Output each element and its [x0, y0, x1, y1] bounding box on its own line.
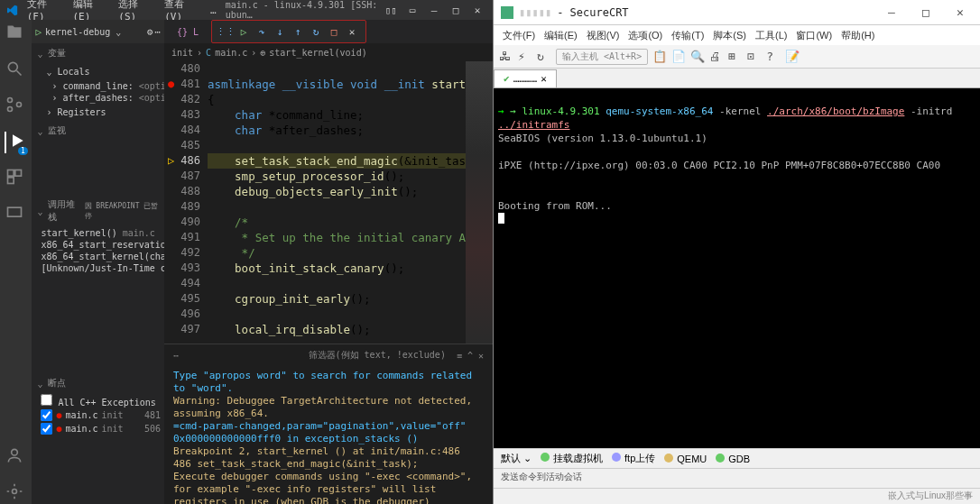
menu-options[interactable]: 选项(O) [624, 27, 666, 44]
toolbar-options-icon[interactable]: ⊞ [728, 50, 743, 64]
toolbar-log-icon[interactable]: 📝 [785, 50, 800, 64]
layout2-icon[interactable]: ▭ [404, 5, 421, 15]
debug-more-icon[interactable]: ⋯ [154, 26, 161, 38]
section-locals[interactable]: ⌄Locals [32, 63, 164, 80]
close-button[interactable]: ✕ [948, 5, 973, 19]
bp-checkbox[interactable] [41, 423, 52, 435]
continue-icon[interactable]: ▷ [236, 23, 252, 40]
menu-script[interactable]: 脚本(S) [709, 27, 750, 44]
minimap[interactable] [466, 61, 493, 344]
toolbar-find-icon[interactable]: 🔍 [690, 50, 705, 64]
start-debug-icon[interactable]: ▷ [35, 26, 42, 38]
callstack-frame[interactable]: start_kernel() main.c [32, 227, 164, 239]
scm-icon[interactable] [5, 96, 27, 117]
host-input[interactable]: 输入主机 <Alt+R> [556, 49, 648, 65]
restart-icon[interactable]: ↻ [308, 23, 324, 40]
crt-menubar: 文件(F) 编辑(E) 视图(V) 选项(O) 传输(T) 脚本(S) 工具(L… [494, 25, 980, 45]
console-expand-icon[interactable]: ^ [467, 351, 473, 361]
console-close-icon[interactable]: ✕ [478, 351, 484, 361]
session-tab[interactable]: ✔…………✕ [494, 69, 557, 87]
stop-icon[interactable]: □ [326, 23, 342, 40]
callstack-frame[interactable]: [Unknown/Just-In-Time com [32, 262, 164, 274]
step-out-icon[interactable]: ↑ [290, 23, 306, 40]
bp-checkbox[interactable] [41, 409, 52, 421]
send-command-bar[interactable]: 发送命令到活动会话 [494, 468, 980, 488]
menu-help[interactable]: 帮助(H) [837, 27, 878, 44]
svg-rect-6 [15, 170, 22, 177]
status-vm[interactable]: 挂载虚拟机 [541, 452, 603, 465]
toolbar-help-icon[interactable]: ? [766, 50, 781, 64]
toolbar-quick-icon[interactable]: ⚡ [518, 50, 532, 64]
section-variables[interactable]: ⌄变量 [32, 43, 164, 63]
max-button[interactable]: □ [913, 5, 938, 19]
extensions-icon[interactable] [5, 168, 27, 189]
terminal[interactable]: → → linux-4.9.301 qemu-system-x86_64 -ke… [494, 88, 980, 448]
code-editor[interactable]: 480●481482483484485▷48648748848949049149… [164, 61, 493, 344]
min-icon[interactable]: — [426, 5, 442, 15]
bp-all-cpp[interactable]: All C++ Exceptions [32, 393, 164, 408]
min-button[interactable]: — [879, 5, 904, 19]
variable-item[interactable]: › after_dashes: <optimiz… [32, 92, 164, 104]
drag-handle-icon[interactable]: ⋮⋮ [217, 23, 234, 40]
breadcrumb[interactable]: init › Cmain.c › ⊕start_kernel(void) [164, 43, 493, 61]
crt-statusbar: 默认 ⌄ 挂载虚拟机 ftp上传 QEMU GDB [494, 448, 980, 468]
bp-checkbox[interactable] [41, 394, 52, 406]
menu-file[interactable]: 文件(F) [499, 27, 539, 44]
section-watch[interactable]: ⌄监视 [32, 121, 164, 141]
console-more-icon[interactable]: ⋯ [173, 351, 179, 361]
svg-point-9 [11, 449, 17, 455]
console-clear-icon[interactable]: ≡ [457, 351, 462, 361]
svg-rect-5 [7, 170, 14, 177]
toolbar-copy-icon[interactable]: 📋 [652, 50, 667, 64]
settings-gear-icon[interactable] [5, 482, 27, 504]
toolbar-session-icon[interactable]: ⊡ [747, 50, 762, 64]
status-default[interactable]: 默认 ⌄ [501, 452, 532, 465]
tab-close-icon[interactable]: ✕ [541, 73, 547, 85]
toolbar-reconnect-icon[interactable]: ↻ [537, 50, 551, 64]
securecrt-window: ▮▮▮▮▮ - SecureCRT — □ ✕ 文件(F) 编辑(E) 视图(V… [493, 0, 980, 504]
activity-bar: 1 [0, 20, 32, 504]
menu-more[interactable]: … [205, 3, 222, 18]
menu-view[interactable]: 视图(V) [583, 27, 624, 44]
max-icon[interactable]: □ [448, 5, 464, 15]
status-qemu[interactable]: QEMU [664, 454, 707, 464]
svg-point-4 [16, 103, 21, 107]
status-gdb[interactable]: GDB [716, 454, 750, 464]
bracket-symbol[interactable]: {} L [164, 27, 199, 37]
step-into-icon[interactable]: ↓ [272, 23, 288, 40]
explorer-icon[interactable] [5, 23, 27, 45]
search-icon[interactable] [5, 60, 27, 81]
console-filter-input[interactable]: 筛选器(例如 text, !exclude) [309, 349, 446, 362]
crt-tabbar: ✔…………✕ [494, 69, 980, 88]
bp-item[interactable]: ●main.c init506 [32, 422, 164, 435]
menu-window[interactable]: 窗口(W) [792, 27, 836, 44]
toolbar-paste-icon[interactable]: 📄 [671, 50, 686, 64]
section-registers[interactable]: ›Registers [32, 104, 164, 121]
close-toolbar-icon[interactable]: ✕ [344, 23, 360, 40]
menu-tools[interactable]: 工具(L) [752, 27, 790, 44]
toolbar-connect-icon[interactable]: 🖧 [499, 50, 513, 64]
remote-icon[interactable] [5, 204, 27, 225]
account-icon[interactable] [5, 446, 27, 468]
status-ftp[interactable]: ftp上传 [612, 452, 655, 465]
layout-icon[interactable]: ▯▯ [383, 5, 399, 15]
toolbar-print-icon[interactable]: 🖨 [709, 50, 724, 64]
step-over-icon[interactable]: ↷ [254, 23, 270, 40]
debug-settings-icon[interactable]: ⚙ [147, 26, 153, 38]
close-icon[interactable]: ✕ [469, 5, 485, 15]
callstack-frame[interactable]: x86_64_start_reservations [32, 239, 164, 251]
section-callstack[interactable]: ⌄调用堆栈因 BREAKPOINT 已暂停 [32, 195, 164, 227]
vscode-window: 文件(F) 编辑(E) 选择(S) 查看(V) … main.c - linux… [0, 0, 493, 504]
section-breakpoints[interactable]: ⌄断点 [32, 373, 164, 393]
editor-column: {} L ⋮⋮ ▷ ↷ ↓ ↑ ↻ □ ✕ init › Cmain.c › ⊕… [164, 20, 493, 504]
debug-icon[interactable]: 1 [5, 132, 26, 153]
bp-item[interactable]: ●main.c init481 [32, 408, 164, 422]
menu-transfer[interactable]: 传输(T) [668, 27, 707, 44]
menu-edit[interactable]: 编辑(E) [541, 27, 581, 44]
crt-footer: 嵌入式与Linux那些事 [494, 488, 980, 504]
securecrt-icon [501, 6, 513, 19]
debug-config-select[interactable]: kernel-debug ⌄ [43, 25, 145, 39]
callstack-frame[interactable]: x86_64_start_kernel(char [32, 251, 164, 262]
svg-point-2 [7, 98, 12, 103]
variable-item[interactable]: › command_line: <optimiz… [32, 80, 164, 92]
